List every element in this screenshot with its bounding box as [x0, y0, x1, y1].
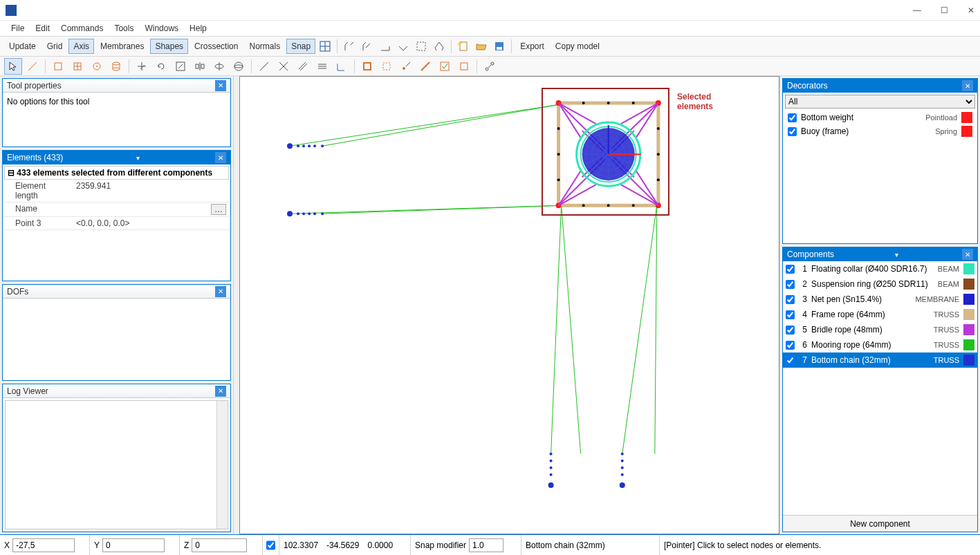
menu-tools[interactable]: Tools [109, 22, 139, 35]
component-row[interactable]: 2Suspension ring (Ø250 SDR11)BEAM [783, 276, 977, 292]
zoom-icon-2[interactable] [359, 38, 376, 55]
line-tool-icon[interactable] [24, 58, 41, 75]
component-row[interactable]: 6Mooring rope (64mm)TRUSS [783, 337, 977, 352]
close-icon[interactable]: ✕ [962, 249, 973, 260]
snap-value-input[interactable] [469, 538, 503, 552]
decorator-checkbox[interactable] [788, 113, 797, 122]
component-row[interactable]: 5Bridle rope (48mm)TRUSS [783, 322, 977, 337]
dashed-rect-icon[interactable] [378, 58, 396, 75]
empty-rect-icon[interactable] [455, 58, 473, 75]
panel-header-dofs[interactable]: DOFs ✕ [3, 285, 230, 299]
btn-shapes[interactable]: Shapes [150, 39, 188, 54]
mirror-tool-icon[interactable] [191, 58, 209, 75]
check-rect-icon[interactable] [436, 58, 454, 75]
component-row[interactable]: 7Bottom chain (32mm)TRUSS [783, 352, 977, 368]
zoom-icon-1[interactable] [341, 38, 358, 55]
zoom-icon-3[interactable] [377, 38, 394, 55]
close-icon[interactable]: ✕ [215, 386, 226, 397]
align-tool-icon[interactable] [313, 58, 331, 75]
close-icon[interactable]: ✕ [215, 80, 226, 91]
decorator-row[interactable]: Bottom weightPointload [785, 111, 975, 124]
scale-tool-icon[interactable] [172, 58, 189, 75]
file-save-icon[interactable] [491, 38, 508, 55]
maximize-button[interactable]: ☐ [941, 6, 948, 15]
ellipsis-button[interactable]: … [211, 204, 226, 215]
decorator-checkbox[interactable] [788, 127, 797, 136]
component-row[interactable]: 3Net pen (Sn15.4%)MEMBRANE [783, 292, 977, 307]
select-rect-icon[interactable] [413, 38, 429, 55]
splitter-left[interactable] [234, 76, 239, 534]
status-x-input[interactable] [12, 538, 75, 552]
sphere-tool-icon[interactable] [230, 58, 248, 75]
btn-snap[interactable]: Snap [286, 39, 315, 54]
elements-header[interactable]: ⊟ 433 elements selected from different c… [4, 166, 229, 180]
component-row[interactable]: 4Frame rope (64mm)TRUSS [783, 307, 977, 322]
orange-rect-icon[interactable] [358, 58, 376, 75]
component-checkbox[interactable] [786, 341, 795, 350]
new-component-button[interactable]: New component [783, 515, 977, 532]
orange-line-icon[interactable] [416, 58, 434, 75]
panel-header-elements[interactable]: Elements (433) ▾ ✕ [3, 151, 230, 164]
component-checkbox[interactable] [786, 295, 795, 304]
component-checkbox[interactable] [786, 310, 795, 319]
rotate-tool-icon[interactable] [152, 58, 170, 75]
btn-crossection[interactable]: Crossection [189, 39, 243, 54]
cross-tool-icon[interactable] [275, 58, 293, 75]
circle-tool-icon[interactable] [88, 58, 106, 75]
decorators-filter[interactable]: All [785, 95, 975, 109]
menu-help[interactable]: Help [184, 22, 212, 35]
close-icon[interactable]: ✕ [215, 286, 226, 297]
menu-windows[interactable]: Windows [139, 22, 184, 35]
scrollbar[interactable] [216, 401, 228, 529]
array-tool-icon[interactable] [210, 58, 228, 75]
rect-tool-icon[interactable] [49, 58, 67, 75]
status-checkbox[interactable] [266, 538, 275, 552]
btn-axis[interactable]: Axis [68, 39, 94, 54]
frame-icon[interactable] [431, 38, 447, 55]
close-icon[interactable]: ✕ [215, 152, 226, 163]
component-row[interactable]: 1Floating collar (Ø400 SDR16.7)BEAM [783, 261, 977, 276]
btn-update[interactable]: Update [4, 39, 41, 54]
component-checkbox[interactable] [786, 356, 795, 365]
cylinder-tool-icon[interactable] [107, 58, 125, 75]
property-row[interactable]: Name … [4, 203, 229, 217]
pointer-tool-icon[interactable] [4, 58, 22, 75]
canvas-viewport[interactable]: Selected elements [239, 76, 779, 534]
component-checkbox[interactable] [786, 265, 795, 274]
file-new-icon[interactable] [455, 38, 472, 55]
btn-grid[interactable]: Grid [42, 39, 68, 54]
pin-icon[interactable]: ▾ [895, 251, 898, 258]
grid-snap-icon[interactable] [317, 38, 333, 55]
parallel-tool-icon[interactable] [294, 58, 312, 75]
decorator-row[interactable]: Buoy (frame)Spring [785, 124, 975, 138]
edge-tool-icon[interactable] [255, 58, 273, 75]
minimize-button[interactable]: — [913, 6, 921, 15]
menu-edit[interactable]: Edit [30, 22, 55, 35]
pin-icon[interactable]: ▾ [136, 154, 140, 162]
point-tool-icon[interactable] [397, 58, 415, 75]
close-button[interactable]: ✕ [968, 6, 974, 15]
file-open-icon[interactable] [473, 38, 490, 55]
btn-export[interactable]: Export [515, 39, 549, 54]
grid-tool-icon[interactable] [68, 58, 86, 75]
move-tool-icon[interactable] [133, 58, 151, 75]
panel-header-components[interactable]: Components ▾ ✕ [783, 247, 977, 261]
status-y-input[interactable] [102, 538, 165, 552]
btn-copy-model[interactable]: Copy model [551, 39, 604, 54]
component-checkbox[interactable] [786, 280, 795, 289]
property-row[interactable]: Point 3 <0.0, 0.0, 0.0> [4, 217, 229, 230]
panel-header-log[interactable]: Log Viewer ✕ [3, 384, 230, 398]
property-row[interactable]: Element length 2359.941 [4, 180, 229, 203]
zoom-icon-4[interactable] [395, 38, 412, 55]
menu-commands[interactable]: Commands [55, 22, 109, 35]
menu-file[interactable]: File [6, 22, 30, 35]
panel-header-decorators[interactable]: Decorators ✕ [783, 79, 977, 93]
panel-header-tool-properties[interactable]: Tool properties ✕ [3, 79, 230, 93]
angle-tool-icon[interactable] [333, 58, 351, 75]
close-icon[interactable]: ✕ [962, 80, 973, 91]
btn-normals[interactable]: Normals [244, 39, 285, 54]
status-z-input[interactable] [192, 538, 247, 552]
btn-membranes[interactable]: Membranes [95, 39, 149, 54]
component-checkbox[interactable] [786, 326, 795, 335]
node-link-icon[interactable] [481, 58, 499, 75]
